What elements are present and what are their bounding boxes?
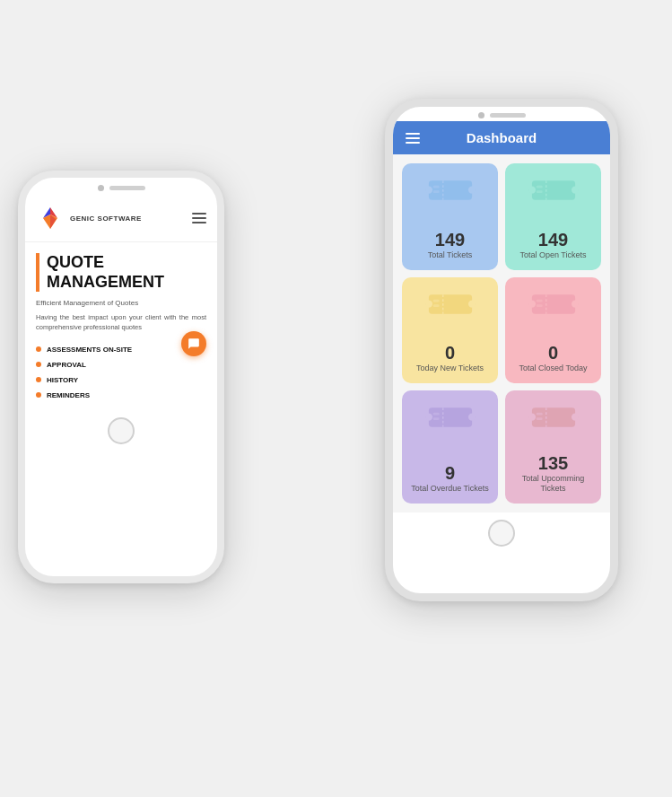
right-phone: Dashboard bbox=[385, 99, 618, 601]
stat-card-today-new-tickets[interactable]: 0 Today New Tickets bbox=[402, 277, 498, 384]
right-header: Dashboard bbox=[393, 121, 610, 154]
menu-item-history[interactable]: HISTORY bbox=[36, 372, 206, 388]
menu-item-reminders[interactable]: REMINDERS bbox=[36, 388, 206, 403]
total-overdue-tickets-label: Total Overdue Tickets bbox=[411, 484, 489, 495]
menu-dot bbox=[36, 392, 41, 398]
right-hamburger-icon[interactable] bbox=[406, 133, 420, 144]
menu-dot bbox=[36, 346, 41, 352]
svg-rect-16 bbox=[428, 294, 471, 313]
svg-rect-10 bbox=[531, 180, 574, 199]
total-upcomming-tickets-number: 135 bbox=[538, 454, 568, 472]
svg-rect-32 bbox=[432, 413, 439, 416]
svg-rect-15 bbox=[536, 190, 542, 193]
quote-subtitle: Efficient Management of Quotes bbox=[36, 299, 206, 307]
total-closed-today-number: 0 bbox=[548, 344, 558, 362]
left-speaker bbox=[109, 186, 145, 190]
svg-rect-26 bbox=[536, 299, 542, 302]
right-phone-bottom bbox=[393, 512, 610, 554]
chat-fab-button[interactable] bbox=[181, 331, 206, 356]
ticket-icon-yellow bbox=[425, 286, 475, 326]
left-home-button[interactable] bbox=[108, 417, 135, 444]
today-new-tickets-label: Today New Tickets bbox=[416, 363, 484, 374]
ticket-icon-blue bbox=[425, 172, 475, 212]
svg-rect-20 bbox=[432, 299, 439, 302]
total-overdue-tickets-number: 9 bbox=[445, 464, 455, 482]
svg-rect-38 bbox=[536, 413, 542, 416]
phone-wrapper: GENIC SOFTWARE QUOTEMANAGEMENT Efficient… bbox=[0, 0, 672, 797]
logo-area: GENIC SOFTWARE bbox=[36, 204, 142, 232]
stat-card-total-closed-today[interactable]: 0 Total Closed Today bbox=[505, 277, 601, 384]
left-hamburger-icon[interactable] bbox=[192, 213, 206, 223]
left-nav: GENIC SOFTWARE bbox=[25, 195, 217, 242]
svg-rect-34 bbox=[531, 407, 574, 426]
svg-rect-4 bbox=[428, 180, 471, 199]
dashboard-content: 149 Total Tickets bbox=[393, 154, 610, 512]
svg-rect-14 bbox=[536, 186, 542, 188]
ticket-icon-rose bbox=[528, 399, 578, 439]
right-home-button[interactable] bbox=[488, 520, 515, 547]
svg-rect-28 bbox=[428, 407, 471, 426]
menu-item-approval[interactable]: APPROVAL bbox=[36, 357, 206, 372]
total-open-tickets-label: Total Open Tickets bbox=[519, 250, 586, 261]
total-tickets-number: 149 bbox=[435, 231, 465, 249]
menu-list: ASSESSMENTS ON-SITE APPROVAL HISTORY REM… bbox=[36, 342, 206, 403]
svg-rect-22 bbox=[531, 294, 574, 313]
stat-card-total-open-tickets[interactable]: 149 Total Open Tickets bbox=[505, 163, 601, 270]
svg-rect-21 bbox=[432, 304, 439, 307]
logo-text: GENIC SOFTWARE bbox=[70, 215, 142, 223]
dashboard-grid: 149 Total Tickets bbox=[393, 154, 610, 512]
total-open-tickets-number: 149 bbox=[538, 231, 568, 249]
menu-dot bbox=[36, 362, 41, 367]
left-phone-top-bar bbox=[25, 178, 217, 195]
left-phone: GENIC SOFTWARE QUOTEMANAGEMENT Efficient… bbox=[18, 171, 224, 583]
stat-card-total-overdue-tickets[interactable]: 9 Total Overdue Tickets bbox=[402, 390, 498, 504]
logo-icon bbox=[36, 204, 65, 232]
right-speaker bbox=[490, 113, 526, 118]
right-camera bbox=[478, 112, 484, 118]
right-phone-inner: Dashboard bbox=[393, 121, 610, 554]
svg-rect-27 bbox=[536, 304, 542, 307]
svg-rect-39 bbox=[536, 417, 542, 420]
ticket-icon-pink bbox=[528, 286, 578, 326]
total-tickets-label: Total Tickets bbox=[428, 250, 473, 261]
stat-card-total-upcomming-tickets[interactable]: 135 Total Upcomming Tickets bbox=[505, 390, 601, 504]
left-hero: QUOTEMANAGEMENT Efficient Management of … bbox=[25, 242, 217, 410]
dashboard-title: Dashboard bbox=[467, 130, 537, 145]
ticket-icon-lavender bbox=[425, 399, 475, 439]
ticket-icon-teal bbox=[528, 172, 578, 212]
total-upcomming-tickets-label: Total Upcomming Tickets bbox=[514, 474, 592, 495]
left-camera bbox=[98, 185, 104, 191]
stat-card-total-tickets[interactable]: 149 Total Tickets bbox=[402, 163, 498, 270]
left-phone-bottom bbox=[25, 410, 217, 451]
quote-title: QUOTEMANAGEMENT bbox=[36, 253, 206, 292]
svg-rect-8 bbox=[432, 186, 439, 188]
today-new-tickets-number: 0 bbox=[445, 344, 455, 362]
menu-dot bbox=[36, 377, 41, 382]
svg-rect-9 bbox=[432, 190, 439, 193]
right-phone-top-bar bbox=[393, 107, 610, 121]
svg-rect-33 bbox=[432, 417, 439, 420]
total-closed-today-label: Total Closed Today bbox=[519, 363, 588, 374]
quote-desc: Having the best impact upon your client … bbox=[36, 312, 206, 333]
